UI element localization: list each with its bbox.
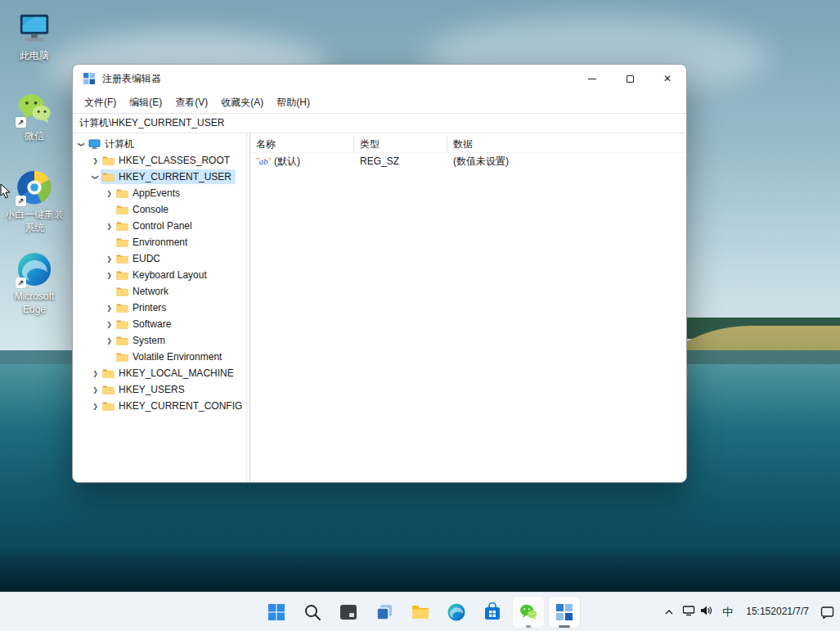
tree-item-hkey_current_config[interactable]: ❯HKEY_CURRENT_CONFIG bbox=[73, 398, 246, 414]
menu-item-0[interactable]: 文件(F) bbox=[78, 93, 123, 112]
tree-item-label: Control Panel bbox=[133, 220, 192, 232]
tree-item-console[interactable]: Console bbox=[73, 201, 246, 218]
expander-chevron-icon[interactable]: ❯ bbox=[104, 190, 115, 197]
menu-item-4[interactable]: 帮助(H) bbox=[270, 93, 317, 112]
expander-chevron-icon[interactable]: ❯ bbox=[104, 272, 115, 279]
expander-chevron-icon[interactable]: ❯ bbox=[78, 139, 85, 150]
registry-editor-window: 注册表编辑器 ✕ 文件(F)编辑(E)查看(V)收藏夹(A)帮助(H) 计算机\… bbox=[72, 64, 687, 483]
expander-chevron-icon[interactable]: ❯ bbox=[90, 403, 101, 410]
tree-item-label: AppEvents bbox=[133, 187, 180, 199]
desktop-icon-label: 微信 bbox=[2, 130, 66, 143]
edge-button[interactable] bbox=[440, 596, 473, 629]
expander-chevron-icon[interactable]: ❯ bbox=[104, 304, 115, 312]
microsoft-store-button[interactable] bbox=[476, 596, 509, 629]
expander-chevron-icon[interactable]: ❯ bbox=[104, 255, 115, 263]
minimize-button[interactable] bbox=[573, 65, 611, 92]
tree-label-group: Environment bbox=[115, 235, 191, 250]
folder-icon bbox=[116, 302, 129, 313]
desktop-icon-edge[interactable]: ↗ Microsoft Edge bbox=[2, 250, 66, 316]
menu-item-3[interactable]: 收藏夹(A) bbox=[214, 93, 270, 112]
tree-item-appevents[interactable]: ❯AppEvents bbox=[73, 185, 246, 201]
tray-chevron-up-icon[interactable] bbox=[660, 596, 678, 629]
address-bar-input[interactable]: 计算机\HKEY_CURRENT_USER bbox=[73, 113, 686, 133]
expander-chevron-icon[interactable]: ❯ bbox=[92, 172, 99, 183]
notification-center-button[interactable] bbox=[816, 596, 838, 629]
value-name-cell: "ab"(默认) bbox=[250, 155, 354, 169]
tree-item-network[interactable]: Network bbox=[73, 283, 246, 300]
ime-indicator[interactable]: 中 bbox=[716, 596, 739, 629]
wechat-taskbar-button[interactable] bbox=[512, 596, 545, 629]
folder-icon bbox=[116, 351, 129, 363]
value-data: (数值未设置) bbox=[447, 155, 686, 169]
expander-chevron-icon[interactable]: ❯ bbox=[104, 223, 115, 230]
computer-icon bbox=[88, 138, 101, 150]
tree-item-label: Console bbox=[133, 204, 168, 215]
expander-chevron-icon[interactable]: ❯ bbox=[104, 321, 115, 328]
start-button[interactable] bbox=[260, 596, 293, 629]
expander-chevron-icon[interactable]: ❯ bbox=[104, 337, 115, 345]
folder-icon bbox=[116, 269, 129, 281]
tree-item-software[interactable]: ❯Software bbox=[73, 316, 246, 332]
tree-item-label: Environment bbox=[133, 237, 187, 248]
tree-label-group: HKEY_USERS bbox=[101, 382, 189, 397]
tree-item-hkey_classes_root[interactable]: ❯HKEY_CLASSES_ROOT bbox=[73, 152, 246, 169]
task-view-button[interactable] bbox=[368, 596, 401, 629]
tree-item-label: Volatile Environment bbox=[133, 351, 222, 363]
expander-chevron-icon[interactable]: ❯ bbox=[90, 157, 101, 165]
column-header-data[interactable]: 数据 bbox=[447, 136, 686, 152]
value-row[interactable]: "ab"(默认)REG_SZ(数值未设置) bbox=[250, 153, 686, 169]
desktop-icon-xiaobai[interactable]: ↗ 小白一键重装系统 bbox=[2, 169, 66, 234]
close-button[interactable]: ✕ bbox=[649, 65, 686, 92]
tree-item-label: EUDC bbox=[133, 253, 160, 264]
tree-item-volatile-environment[interactable]: Volatile Environment bbox=[73, 349, 246, 365]
tree-label-group: System bbox=[115, 333, 169, 348]
tree-item-hkey_current_user[interactable]: ❯HKEY_CURRENT_USER bbox=[73, 169, 246, 185]
desktop-icon-this-pc[interactable]: 此电脑 bbox=[2, 10, 66, 63]
tree-selection: HKEY_CURRENT_USER bbox=[101, 169, 236, 184]
list-header: 名称 类型 数据 bbox=[250, 136, 686, 153]
folder-icon bbox=[116, 286, 129, 297]
mouse-cursor bbox=[0, 183, 11, 203]
tree-item-label: HKEY_LOCAL_MACHINE bbox=[119, 367, 234, 379]
tray-status-icons[interactable] bbox=[678, 596, 716, 629]
desktop-icon-label: 小白一键重装系统 bbox=[2, 209, 66, 234]
reg-sz-icon: "ab" bbox=[256, 157, 271, 166]
tree-item-keyboard-layout[interactable]: ❯Keyboard Layout bbox=[73, 267, 246, 283]
folder-icon bbox=[116, 318, 129, 330]
tree-label-group: HKEY_LOCAL_MACHINE bbox=[101, 366, 238, 381]
tree-label-group: Network bbox=[115, 284, 173, 299]
tree-item-label: Software bbox=[133, 318, 171, 330]
folder-icon bbox=[116, 187, 129, 199]
expander-chevron-icon[interactable]: ❯ bbox=[90, 386, 101, 394]
title-bar[interactable]: 注册表编辑器 ✕ bbox=[73, 65, 686, 92]
registry-body: ❯计算机❯HKEY_CLASSES_ROOT❯HKEY_CURRENT_USER… bbox=[73, 133, 686, 482]
expander-chevron-icon[interactable]: ❯ bbox=[90, 370, 101, 377]
tree-item-eudc[interactable]: ❯EUDC bbox=[73, 250, 246, 267]
tree-item-label: Network bbox=[133, 286, 168, 297]
dark-app-icon[interactable] bbox=[332, 596, 365, 629]
tray-clock[interactable]: 15:15 2021/7/7 bbox=[739, 596, 816, 629]
tree-item-control-panel[interactable]: ❯Control Panel bbox=[73, 218, 246, 234]
maximize-button[interactable] bbox=[611, 65, 649, 92]
menu-item-1[interactable]: 编辑(E) bbox=[123, 93, 168, 112]
system-tray: 中 15:15 2021/7/7 bbox=[660, 593, 838, 631]
xiaobai-reinstall-icon: ↗ bbox=[16, 169, 53, 206]
value-name: (默认) bbox=[274, 155, 300, 169]
tree-item-计算机[interactable]: ❯计算机 bbox=[73, 136, 246, 152]
tree-item-hkey_users[interactable]: ❯HKEY_USERS bbox=[73, 381, 246, 398]
search-button[interactable] bbox=[296, 596, 329, 629]
tree-item-hkey_local_machine[interactable]: ❯HKEY_LOCAL_MACHINE bbox=[73, 365, 246, 381]
tree-item-environment[interactable]: Environment bbox=[73, 234, 246, 250]
desktop-icon-wechat[interactable]: ↗ 微信 bbox=[2, 90, 66, 143]
tree-label-group: Console bbox=[115, 202, 173, 217]
column-header-name[interactable]: 名称 bbox=[250, 136, 354, 152]
file-explorer-button[interactable] bbox=[404, 596, 437, 629]
menu-item-2[interactable]: 查看(V) bbox=[168, 93, 214, 112]
registry-editor-taskbar-button[interactable] bbox=[548, 596, 581, 629]
tree-item-label: Printers bbox=[133, 302, 166, 313]
folder-icon bbox=[102, 367, 115, 379]
tree-item-printers[interactable]: ❯Printers bbox=[73, 300, 246, 316]
column-header-type[interactable]: 类型 bbox=[354, 136, 447, 152]
tree-item-system[interactable]: ❯System bbox=[73, 332, 246, 349]
menu-bar: 文件(F)编辑(E)查看(V)收藏夹(A)帮助(H) bbox=[73, 92, 686, 113]
